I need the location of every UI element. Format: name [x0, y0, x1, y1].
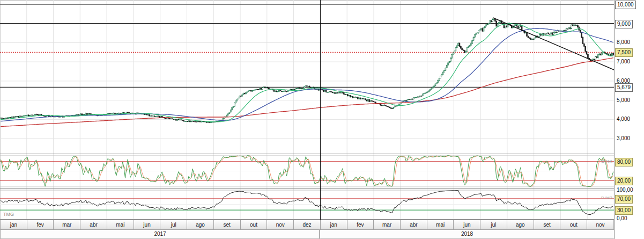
candles-layer — [0, 18, 613, 123]
month-cell-abr-2018[interactable]: abr — [401, 220, 427, 230]
rsi-axis-label: 100,00 — [615, 186, 635, 194]
ma200-line — [1, 58, 613, 127]
month-cell-set-2017[interactable]: set — [214, 220, 241, 230]
price-axis-label: 5,000 — [615, 97, 632, 104]
month-cell-jun-2018[interactable]: jun — [454, 220, 480, 230]
price-axis-label: 7,000 — [615, 58, 632, 66]
month-cell-jan-2018[interactable]: jan — [321, 220, 347, 230]
month-cell-jul-2018[interactable]: jul — [480, 220, 507, 230]
year-label-2018: 2018 — [320, 230, 614, 238]
chart-canvas[interactable] — [0, 0, 614, 220]
month-cell-jun-2017[interactable]: jun — [134, 220, 161, 230]
year-row: 2017 2018 — [0, 230, 614, 239]
month-cell-mar-2017[interactable]: mar — [54, 220, 80, 230]
rsi-axis-label: 70,00 — [615, 195, 633, 204]
month-cell-out-2017[interactable]: out — [241, 220, 268, 230]
price-axis-label: 3,000 — [615, 135, 632, 142]
ma20-line — [1, 24, 613, 122]
indicator-label-tmg: TMG — [3, 212, 14, 217]
stoch-axis-label: 80,00 — [615, 158, 633, 166]
month-cell-abr-2017[interactable]: abr — [80, 220, 107, 230]
month-cell-nov-2017[interactable]: nov — [267, 220, 294, 230]
month-cell-jan-2017[interactable]: jan — [0, 220, 27, 230]
rsi-series-tag: D.%R — [588, 195, 612, 200]
tmg-line — [1, 191, 613, 215]
month-cell-ago-2018[interactable]: ago — [507, 220, 534, 230]
month-row: janfevmarabrmaijunjulagosetoutnovdezjanf… — [0, 220, 614, 230]
month-cell-ago-2017[interactable]: ago — [187, 220, 214, 230]
month-cell-mai-2018[interactable]: mai — [427, 220, 454, 230]
month-cell-fev-2017[interactable]: fev — [27, 220, 54, 230]
chart-svg — [0, 0, 614, 220]
price-axis-label: 9,000 — [615, 20, 633, 28]
month-cell-dez-2017[interactable]: dez — [294, 220, 321, 230]
price-levels — [0, 4, 614, 87]
rsi-axis-label: 0,00 — [615, 215, 628, 222]
month-cell-jul-2017[interactable]: jul — [160, 220, 187, 230]
moving-averages-layer — [1, 24, 613, 127]
rsi-axis-label: 30,00 — [615, 206, 633, 215]
month-cell-mai-2017[interactable]: mai — [107, 220, 134, 230]
panel-dividers — [0, 154, 614, 220]
stoch-axis-label: 20,00 — [615, 177, 633, 185]
price-axis[interactable]: 10,0009,0008,0007,5007,0006,0005,6795,00… — [614, 0, 644, 239]
stoch-series-tag: D.%K — [588, 159, 612, 164]
month-cell-nov-2018[interactable]: nov — [587, 220, 614, 230]
oscillator-levels — [0, 162, 614, 210]
month-cell-set-2018[interactable]: set — [534, 220, 561, 230]
price-axis-label: 4,000 — [615, 115, 632, 123]
price-axis-label: 7,500 — [615, 48, 633, 57]
price-chart-window: D.%K D.%R TMG 10,0009,0008,0007,5007,000… — [0, 0, 644, 239]
year-label-2017: 2017 — [0, 230, 320, 238]
price-axis-label: 8,000 — [615, 39, 632, 46]
price-axis-label: 5,679 — [615, 83, 633, 92]
price-axis-label: 10,000 — [615, 1, 636, 9]
tmg-layer — [1, 191, 613, 215]
month-cell-out-2018[interactable]: out — [560, 220, 587, 230]
month-cell-mar-2018[interactable]: mar — [374, 220, 401, 230]
month-cell-fev-2018[interactable]: fev — [347, 220, 374, 230]
time-axis[interactable]: janfevmarabrmaijunjulagosetoutnovdezjanf… — [0, 220, 614, 239]
